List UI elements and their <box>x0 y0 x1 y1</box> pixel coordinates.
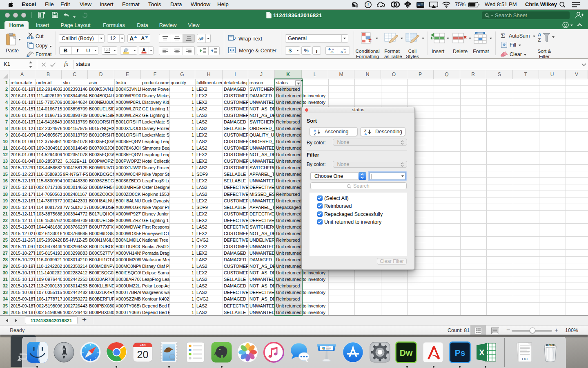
svg-text:Z: Z <box>314 132 316 135</box>
svg-text:JAN: JAN <box>140 343 145 346</box>
svg-text:≠: ≠ <box>368 37 371 43</box>
svg-text:.0: .0 <box>344 51 346 54</box>
svg-text:TXT: TXT <box>521 357 528 361</box>
svg-text:.00: .00 <box>342 48 346 51</box>
svg-text:Dw: Dw <box>399 348 412 357</box>
svg-text:!: ! <box>368 2 369 7</box>
svg-text:.0: .0 <box>332 48 334 51</box>
svg-text:.00: .00 <box>330 51 334 54</box>
svg-text:X: X <box>479 348 485 357</box>
svg-text:A: A <box>142 47 145 52</box>
svg-text:Ps: Ps <box>454 348 465 357</box>
svg-text:20: 20 <box>137 349 148 360</box>
svg-text:ab: ab <box>198 36 203 41</box>
svg-text:A: A <box>364 132 367 135</box>
